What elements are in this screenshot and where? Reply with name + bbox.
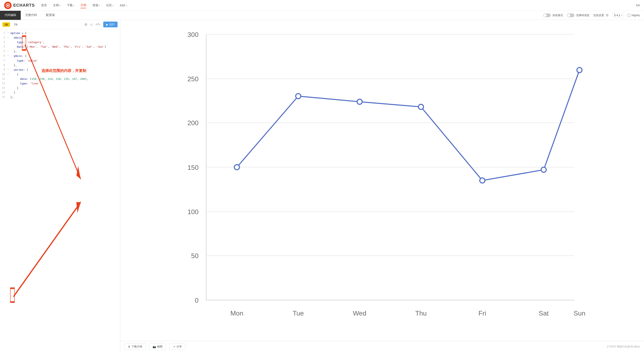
fold-9[interactable]: ▾ — [8, 68, 10, 71]
chart-container: 0 50 100 150 200 250 300 Mon Tue Wed Thu… — [120, 20, 644, 352]
asf-arrow: ▾ — [126, 4, 127, 7]
accessible-label: 无障碍花纹 — [576, 14, 590, 17]
second-bar: 代码编辑 完整代码 配置项 深色模式 无障碍花纹 渲染设置 ⚙ 5.4.1 ▾ … — [0, 11, 644, 20]
share-icon: ↗ — [173, 345, 175, 348]
render-label: 渲染设置 — [593, 14, 604, 17]
version-chevron: ▾ — [621, 14, 622, 16]
download-arrow: ▾ — [73, 4, 74, 7]
camera-icon: 📷 — [152, 345, 156, 348]
dark-mode-toggle[interactable] — [543, 14, 551, 17]
code-line-11: 11 data: [150, 230, 224, 218, 135, 147, … — [0, 77, 120, 81]
settings2-icon[interactable]: ⚙ — [84, 22, 87, 26]
svg-text:50: 50 — [191, 252, 199, 260]
point-tue — [296, 94, 301, 99]
chart-svg: 0 50 100 150 200 250 300 Mon Tue Wed Thu… — [124, 24, 636, 341]
code-line-12: 12 type: 'line' — [0, 81, 120, 86]
fold-10[interactable]: ▾ — [8, 72, 10, 76]
code-line-10: 10 ▾ { — [0, 72, 120, 77]
svg-line-4 — [14, 202, 81, 297]
code-line-3: 3 type: 'category', — [0, 40, 120, 44]
fold-2[interactable]: ▾ — [8, 36, 10, 39]
code-line-9: 9 ▾ series: [ — [0, 68, 120, 72]
chart-panel: 0 50 100 150 200 250 300 Mon Tue Wed Thu… — [120, 20, 644, 341]
code-editor[interactable]: 1 ▾ option = { 2 ▾ xAxis: { 3 type: 'cat… — [0, 29, 120, 352]
nav-examples[interactable]: 示例 — [80, 2, 86, 8]
nightly-group: Nightly — [628, 14, 640, 17]
svg-text:Tue: Tue — [292, 310, 304, 317]
code-line-8: 8 }, — [0, 63, 120, 68]
dark-mode-label: 深色模式 — [552, 14, 563, 17]
svg-text:100: 100 — [188, 208, 198, 216]
logo-text: ECHARTS — [13, 3, 35, 8]
code-line-13: 13 } — [0, 86, 120, 90]
run-button[interactable]: ▶ 运行 — [103, 22, 118, 27]
version-text: 5.4.1 — [614, 14, 620, 17]
render-group: 渲染设置 ⚙ — [593, 13, 608, 17]
nav-home[interactable]: 首页 — [41, 3, 47, 8]
fold-6[interactable]: ▾ — [8, 54, 10, 57]
toolbar-right: 深色模式 无障碍花纹 渲染设置 ⚙ 5.4.1 ▾ Nightly — [543, 13, 644, 18]
status-text: 17:54:57 图表已生成 50.40ms — [607, 345, 640, 348]
run-icon: ▶ — [106, 23, 108, 26]
svg-text:Fri: Fri — [478, 310, 486, 317]
svg-point-1 — [7, 4, 9, 6]
nav-docs[interactable]: 文档▾ — [53, 3, 60, 8]
svg-text:0: 0 — [195, 297, 199, 304]
code-icon[interactable]: </> — [96, 22, 100, 26]
js-button[interactable]: JS — [2, 22, 10, 27]
point-sat — [541, 167, 546, 172]
settings-icon[interactable]: ⚙ — [606, 13, 608, 17]
nav-community[interactable]: 社区▾ — [106, 3, 114, 8]
point-mon — [234, 164, 240, 170]
tab-code-edit[interactable]: 代码编辑 — [0, 11, 21, 20]
lang-switch[interactable]: EN — [636, 4, 640, 7]
toolbar-icons: ⚙ ◇ </> ▶ 运行 — [84, 22, 118, 27]
version-select[interactable]: 5.4.1 ▾ — [612, 13, 624, 18]
code-line-14: 14 ] — [0, 90, 120, 95]
svg-text:Wed: Wed — [353, 310, 366, 317]
nightly-label: Nightly — [632, 14, 640, 17]
download-button[interactable]: ⬇ 下载示例 — [124, 343, 146, 350]
point-thu — [418, 104, 424, 110]
community-arrow: ▾ — [112, 4, 114, 7]
svg-text:200: 200 — [188, 119, 198, 127]
nav-download[interactable]: 下载▾ — [67, 3, 74, 8]
share-button[interactable]: ↗ 分享 — [170, 343, 185, 350]
bottom-bar: ⬇ 下载示例 📷 截图 ↗ 分享 17:54:57 图表已生成 50.40ms — [120, 341, 644, 352]
code-panel: JS TS ⚙ ◇ </> ▶ 运行 1 ▾ option = { 2 — [0, 20, 120, 352]
accessible-toggle[interactable] — [567, 14, 574, 17]
top-nav: ECHARTS 首页 文档▾ 下载▾ 示例 资源▾ 社区▾ ASF▾ EN — [0, 0, 644, 11]
svg-text:Thu: Thu — [415, 310, 427, 317]
svg-text:250: 250 — [188, 75, 198, 83]
share-label: 分享 — [176, 345, 182, 348]
resources-arrow: ▾ — [99, 4, 100, 7]
logo: ECHARTS — [4, 2, 35, 9]
tab-config[interactable]: 配置项 — [42, 11, 59, 20]
code-line-2: 2 ▾ xAxis: { — [0, 36, 120, 40]
ts-button[interactable]: TS — [12, 22, 20, 27]
screenshot-button[interactable]: 📷 截图 — [149, 343, 166, 350]
nav-asf[interactable]: ASF▾ — [120, 3, 127, 8]
fold-1[interactable]: ▾ — [8, 31, 10, 34]
docs-arrow: ▾ — [60, 4, 60, 7]
code-line-1: 1 ▾ option = { — [0, 31, 120, 36]
run-label: 运行 — [109, 22, 115, 26]
code-line-5: 5 }, — [0, 49, 120, 54]
code-toolbar: JS TS ⚙ ◇ </> ▶ 运行 — [0, 20, 120, 29]
svg-text:300: 300 — [188, 31, 198, 38]
code-line-6: 6 ▾ yAxis: { — [0, 54, 120, 58]
logo-icon — [4, 2, 12, 9]
main-content: JS TS ⚙ ◇ </> ▶ 运行 1 ▾ option = { 2 — [0, 20, 644, 352]
code-line-7: 7 type: 'value' — [0, 58, 120, 63]
point-wed — [357, 99, 362, 104]
accessible-group: 无障碍花纹 — [567, 14, 590, 17]
download-icon: ⬇ — [128, 345, 130, 348]
format-icon[interactable]: ◇ — [90, 22, 93, 26]
nav-resources[interactable]: 资源▾ — [92, 3, 100, 8]
nightly-checkbox[interactable] — [628, 14, 630, 17]
download-label: 下载示例 — [132, 345, 142, 348]
tab-full-code[interactable]: 完整代码 — [21, 11, 42, 20]
point-fri — [480, 178, 485, 183]
code-line-15: 15 }; — [0, 95, 120, 100]
code-line-4: 4 data: ['Mon', 'Tue', 'Wed', 'Thu', 'Fr… — [0, 44, 120, 49]
